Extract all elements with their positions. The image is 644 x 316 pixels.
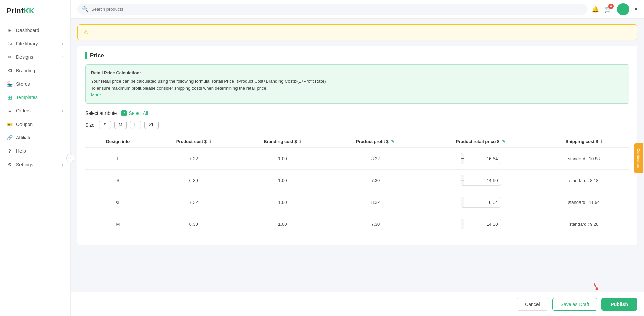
sidebar-item-label: Templates [16,95,38,100]
gear-icon: ⚙ [7,162,13,168]
cell-branding-cost: 1.00 [237,191,328,213]
template-icon: ▦ [7,94,13,100]
cancel-button[interactable]: Cancel [517,298,548,311]
cell-retail-price: − + [423,213,539,235]
sidebar-item-templates[interactable]: ▦ Templates › [0,91,70,104]
cell-design-info: XL [85,191,151,213]
select-attribute-row: Select attribute ✓ Select All [85,110,629,116]
cell-product-profit: 7.30 [328,170,423,191]
cell-branding-cost: 1.00 [237,213,328,235]
chevron-right-icon: › [62,109,63,113]
retail-price-input[interactable] [464,178,501,183]
th-shipping-cost: Shipping cost $ ℹ [539,136,629,148]
sidebar-item-settings[interactable]: ⚙ Settings › [0,158,70,171]
footer-actions: ➘ Cancel Save as Draft Publish [71,292,644,316]
save-draft-button[interactable]: Save as Draft [552,298,598,311]
search-icon: 🔍 [82,6,89,12]
edit-icon[interactable]: ✎ [391,139,395,144]
cell-product-profit: 8.32 [328,191,423,213]
price-section: Price Retail Price Calculation: Your ret… [77,46,637,245]
cell-design-info: S [85,170,151,191]
publish-button[interactable]: Publish [601,298,637,311]
size-chip-xl[interactable]: XL [144,121,159,129]
more-link[interactable]: More [91,92,101,97]
cell-product-cost: 6.30 [151,213,237,235]
sidebar-item-help[interactable]: ? Help [0,144,70,158]
sidebar-item-label: Dashboard [16,28,39,33]
chevron-right-icon: › [62,42,63,46]
cell-design-info: L [85,148,151,170]
sidebar-item-label: Help [16,148,26,154]
retail-price-input[interactable] [464,222,501,227]
sidebar-item-orders[interactable]: ≡ Orders › [0,104,70,118]
info-icon[interactable]: ℹ [209,139,211,144]
sidebar-item-coupon[interactable]: 🎫 Coupon [0,118,70,131]
select-all-button[interactable]: ✓ Select All [121,110,148,116]
cell-shipping-cost: standard : 10.88 [539,148,629,170]
topbar-icons: 🔔 🛒 6 ▾ [592,3,637,15]
list-icon: ≡ [7,108,13,114]
th-branding-cost: Branding cost $ ℹ [237,136,328,148]
info-icon[interactable]: ℹ [601,139,602,144]
size-chip-l[interactable]: L [130,121,141,129]
th-product-cost: Product cost $ ℹ [151,136,237,148]
avatar[interactable] [617,3,629,15]
cell-shipping-cost: standard : 9.28 [539,213,629,235]
sidebar-item-label: Settings [16,162,33,167]
cart-badge: 6 [608,4,614,9]
sidebar-item-stores[interactable]: 🏪 Stores [0,77,70,91]
topbar: 🔍 🔔 🛒 6 ▾ [71,0,644,19]
cart-icon[interactable]: 🛒 6 [604,6,612,13]
sidebar-item-branding[interactable]: 🏷 Branding [0,64,70,77]
price-table: Design info Product cost $ ℹ Branding co… [85,136,629,235]
sidebar-item-dashboard[interactable]: ⊞ Dashboard [0,24,70,37]
table-row: L 7.32 1.00 8.32 − + standard : 10.88 [85,148,629,170]
cell-shipping-cost: standard : 11.94 [539,191,629,213]
th-product-profit: Product profit $ ✎ [328,136,423,148]
contact-us-tab[interactable]: Contact us [634,143,643,173]
info-icon[interactable]: ℹ [299,139,301,144]
edit-icon[interactable]: ✎ [502,139,506,144]
search-wrap[interactable]: 🔍 [77,4,588,15]
store-icon: 🏪 [7,81,13,87]
content-area: ⚠ Price Retail Price Calculation: Your r… [71,19,644,292]
table-row: XL 7.32 1.00 8.32 − + standard : 11.94 [85,191,629,213]
app-logo: PrintKK [0,7,70,24]
cell-product-cost: 7.32 [151,191,237,213]
info-line1: Your retail price can be calculated usin… [91,78,624,85]
chevron-right-icon: › [62,55,63,59]
size-chip-m[interactable]: M [114,121,127,129]
size-label: Size [85,122,94,128]
sidebar-item-label: Coupon [16,122,33,127]
info-heading: Retail Price Calculation: [91,70,624,77]
th-retail-price: Product retail price $ ✎ [423,136,539,148]
retail-price-decrease-button[interactable]: − [461,219,464,229]
pen-icon: ✏ [7,54,13,60]
select-all-label: Select All [129,110,148,116]
tag-icon: 🏷 [7,67,13,74]
grid-icon: ⊞ [7,27,13,33]
sidebar: PrintKK ⊞ Dashboard 🗂 File library › ✏ D… [0,0,71,316]
sidebar-item-affiliate[interactable]: 🔗 Affiliate [0,131,70,144]
cell-retail-price: − + [423,170,539,191]
retail-price-input[interactable] [464,156,501,161]
th-design-info: Design info [85,136,151,148]
retail-price-decrease-button[interactable]: − [461,197,464,207]
search-input[interactable] [91,7,583,12]
sidebar-item-label: Affiliate [16,135,32,140]
section-title: Price [85,52,629,59]
info-line2: To ensure maximum profit,please consider… [91,85,624,92]
retail-price-decrease-button[interactable]: − [461,153,464,164]
size-chip-s[interactable]: S [99,121,111,129]
question-icon: ? [7,148,13,154]
retail-price-input[interactable] [464,200,501,205]
user-dropdown[interactable]: ▾ [635,6,637,12]
cell-design-info: M [85,213,151,235]
sidebar-item-file-library[interactable]: 🗂 File library › [0,37,70,50]
select-all-checkbox[interactable]: ✓ [121,110,127,116]
notification-bell[interactable]: 🔔 [592,6,599,13]
sidebar-item-label: Branding [16,68,35,73]
sidebar-item-designs[interactable]: ✏ Designs › [0,50,70,64]
sidebar-collapse-button[interactable]: ‹ [66,154,74,162]
retail-price-decrease-button[interactable]: − [461,175,464,185]
